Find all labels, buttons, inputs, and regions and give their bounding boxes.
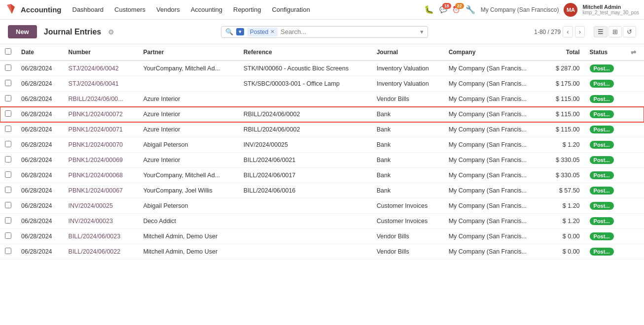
filter-remove-button[interactable]: ✕ — [270, 29, 275, 35]
row-partner: Deco Addict — [138, 214, 238, 229]
row-journal: Bank — [372, 153, 444, 168]
table-row[interactable]: 06/28/2024 BILL/2024/06/0023 Mitchell Ad… — [0, 229, 644, 244]
row-journal: Vendor Bills — [372, 92, 444, 107]
row-company: My Company (San Francis... — [444, 76, 545, 92]
row-partner: Azure Interior — [138, 122, 238, 137]
row-action — [624, 107, 644, 122]
nav-vendors[interactable]: Vendors — [151, 4, 185, 15]
nav-customers[interactable]: Customers — [109, 4, 150, 15]
table-row[interactable]: 06/28/2024 INV/2024/00025 Abigail Peters… — [0, 198, 644, 214]
clock-icon[interactable]: ⏰ 22 — [452, 6, 460, 13]
table-row[interactable]: 06/28/2024 PBNK1/2024/00070 Abigail Pete… — [0, 137, 644, 153]
row-checkbox[interactable] — [5, 248, 11, 254]
row-date: 06/28/2024 — [16, 244, 64, 260]
table-row[interactable]: 06/28/2024 STJ/2024/06/0041 STK/SBC/0000… — [0, 76, 644, 92]
row-status: Post... — [585, 198, 624, 214]
row-action — [624, 183, 644, 198]
row-status: Post... — [585, 92, 624, 107]
next-page-button[interactable]: › — [575, 26, 585, 37]
bug-icon[interactable]: 🐛 — [424, 4, 434, 15]
table-row[interactable]: 06/28/2024 STJ/2024/06/0042 YourCompany,… — [0, 61, 644, 76]
row-checkbox[interactable] — [5, 65, 11, 71]
header-number: Number — [64, 44, 139, 61]
row-partner: Abigail Peterson — [138, 198, 238, 214]
table-row[interactable]: 06/28/2024 PBNK1/2024/00072 Azure Interi… — [0, 107, 644, 122]
row-total: $ 1.20 — [545, 214, 584, 229]
row-checkbox-cell — [0, 107, 16, 122]
row-checkbox[interactable] — [5, 187, 11, 193]
row-date: 06/28/2024 — [16, 153, 64, 168]
table-row[interactable]: 06/28/2024 PBNK1/2024/00071 Azure Interi… — [0, 122, 644, 137]
row-action — [624, 137, 644, 153]
list-view-button[interactable]: ☰ — [594, 26, 608, 37]
row-company: My Company (San Francis... — [444, 168, 545, 183]
table-row[interactable]: 06/28/2024 RBILL/2024/06/00... Azure Int… — [0, 92, 644, 107]
user-avatar[interactable]: MA — [564, 3, 577, 17]
nav-configuration[interactable]: Configuration — [267, 4, 315, 15]
row-status: Post... — [585, 107, 624, 122]
row-total: $ 1.20 — [545, 137, 584, 153]
row-checkbox[interactable] — [5, 232, 11, 239]
header-partner: Partner — [138, 44, 238, 61]
settings-icon[interactable]: ⚙ — [108, 28, 114, 36]
table-row[interactable]: 06/28/2024 INV/2024/00023 Deco Addict Cu… — [0, 214, 644, 229]
messages-icon[interactable]: 💬 18 — [439, 6, 447, 13]
adjust-columns-icon[interactable]: ⇌ — [631, 49, 636, 56]
row-checkbox[interactable] — [5, 141, 11, 147]
header-reference: Reference — [239, 44, 372, 61]
select-all-checkbox[interactable] — [5, 48, 11, 55]
nav-accounting[interactable]: Accounting — [186, 4, 227, 15]
row-checkbox[interactable] — [5, 95, 11, 101]
row-action — [624, 229, 644, 244]
row-checkbox-cell — [0, 168, 16, 183]
user-info[interactable]: Mitchell Admin kmp_2_test_may_30_pos — [582, 4, 639, 15]
row-checkbox[interactable] — [5, 217, 11, 224]
row-status: Post... — [585, 137, 624, 153]
status-badge: Post... — [590, 95, 614, 103]
clock-badge: 22 — [455, 3, 464, 9]
kanban-view-button[interactable]: ⊞ — [608, 26, 622, 37]
row-partner: YourCompany, Mitchell Ad... — [138, 61, 238, 76]
row-journal: Customer Invoices — [372, 198, 444, 214]
row-journal: Inventory Valuation — [372, 61, 444, 76]
row-checkbox[interactable] — [5, 202, 11, 208]
table-row[interactable]: 06/28/2024 PBNK1/2024/00068 YourCompany,… — [0, 168, 644, 183]
row-date: 06/28/2024 — [16, 76, 64, 92]
row-action — [624, 122, 644, 137]
row-reference: STK/IN/00060 - Acoustic Bloc Screens — [239, 61, 372, 76]
row-date: 06/28/2024 — [16, 198, 64, 214]
row-checkbox[interactable] — [5, 156, 11, 162]
row-status: Post... — [585, 76, 624, 92]
row-date: 06/28/2024 — [16, 61, 64, 76]
prev-page-button[interactable]: ‹ — [563, 26, 572, 37]
nav-dashboard[interactable]: Dashboard — [68, 4, 109, 15]
row-checkbox[interactable] — [5, 126, 11, 132]
row-checkbox-cell — [0, 122, 16, 137]
row-total: $ 115.00 — [545, 122, 584, 137]
table-row[interactable]: 06/28/2024 PBNK1/2024/00067 YourCompany,… — [0, 183, 644, 198]
row-checkbox[interactable] — [5, 171, 11, 178]
row-checkbox[interactable] — [5, 80, 11, 86]
search-dropdown-icon[interactable]: ▾ — [420, 28, 424, 35]
row-company: My Company (San Francis... — [444, 107, 545, 122]
search-input[interactable] — [281, 28, 417, 35]
row-status: Post... — [585, 244, 624, 260]
row-number: PBNK1/2024/00067 — [64, 183, 139, 198]
row-checkbox[interactable] — [5, 110, 11, 117]
nav-reporting[interactable]: Reporting — [228, 4, 266, 15]
row-partner — [138, 76, 238, 92]
row-date: 06/28/2024 — [16, 137, 64, 153]
refresh-button[interactable]: ↺ — [623, 26, 636, 37]
row-partner: YourCompany, Mitchell Ad... — [138, 168, 238, 183]
table-row[interactable]: 06/28/2024 BILL/2024/06/0022 Mitchell Ad… — [0, 244, 644, 260]
new-button[interactable]: New — [8, 25, 37, 38]
table-body: 06/28/2024 STJ/2024/06/0042 YourCompany,… — [0, 61, 644, 260]
wrench-icon[interactable]: 🔧 — [465, 4, 476, 15]
app-logo — [5, 3, 17, 16]
row-company: My Company (San Francis... — [444, 244, 545, 260]
table-row[interactable]: 06/28/2024 PBNK1/2024/00069 Azure Interi… — [0, 153, 644, 168]
row-number: INV/2024/00023 — [64, 214, 139, 229]
row-partner: Azure Interior — [138, 107, 238, 122]
company-label[interactable]: My Company (San Francisco) — [481, 6, 559, 13]
row-checkbox-cell — [0, 183, 16, 198]
